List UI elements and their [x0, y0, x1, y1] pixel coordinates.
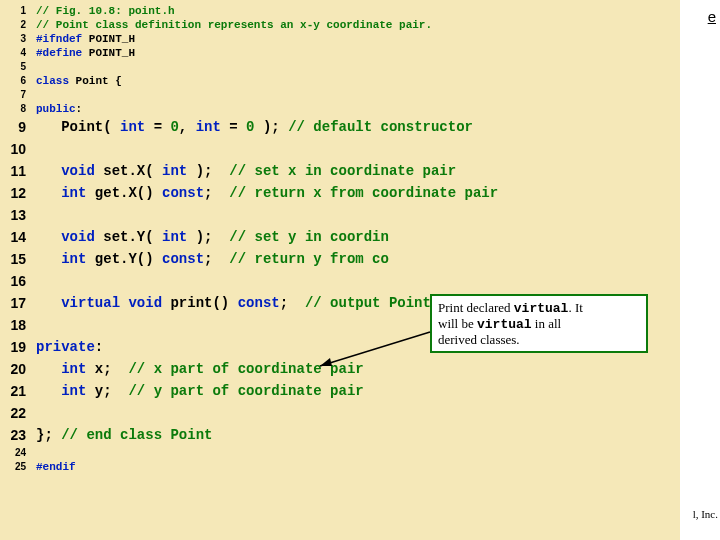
- line-number-gutter: 1234567891011121314151617181920212223242…: [0, 0, 28, 540]
- code-token: Point(: [36, 119, 120, 135]
- line-number: 6: [0, 74, 26, 88]
- code-token: int: [196, 119, 221, 135]
- code-line: // Fig. 10.8: point.h: [36, 4, 676, 18]
- line-number: 19: [0, 336, 26, 358]
- code-token: set.Y(: [95, 229, 162, 245]
- code-token: };: [36, 427, 61, 443]
- code-token: x;: [86, 361, 128, 377]
- code-token: ,: [179, 119, 196, 135]
- line-number: 23: [0, 424, 26, 446]
- code-token: [36, 61, 43, 73]
- code-line: #define POINT_H: [36, 46, 676, 60]
- code-token: POINT_H: [89, 47, 135, 59]
- line-number: 21: [0, 380, 26, 402]
- code-token: );: [187, 163, 229, 179]
- code-line: [36, 446, 676, 460]
- code-line: class Point {: [36, 74, 676, 88]
- page-right-edge: e l, Inc.: [680, 0, 720, 540]
- code-token: [36, 405, 44, 421]
- code-token: [36, 447, 43, 459]
- line-number: 13: [0, 204, 26, 226]
- code-line: #ifndef POINT_H: [36, 32, 676, 46]
- code-token: int: [61, 361, 86, 377]
- line-number: 12: [0, 182, 26, 204]
- code-token: // Fig. 10.8: point.h: [36, 5, 175, 17]
- callout-text: in all: [532, 316, 562, 331]
- code-token: y;: [86, 383, 128, 399]
- code-token: get.Y(): [86, 251, 162, 267]
- code-token: get.X(): [86, 185, 162, 201]
- code-token: int: [61, 383, 86, 399]
- code-token: =: [145, 119, 170, 135]
- code-line: // Point class definition represents an …: [36, 18, 676, 32]
- code-token: [36, 185, 61, 201]
- line-number: 18: [0, 314, 26, 336]
- code-token: [36, 89, 43, 101]
- code-line: [36, 402, 676, 424]
- line-number: 3: [0, 32, 26, 46]
- code-token: // set y in coordin: [229, 229, 389, 245]
- code-line: [36, 88, 676, 102]
- code-token: #endif: [36, 461, 76, 473]
- code-line: void set.Y( int ); // set y in coordin: [36, 226, 676, 248]
- code-token: // y part of coordinate pair: [128, 383, 363, 399]
- code-area: // Fig. 10.8: point.h// Point class defi…: [28, 0, 680, 540]
- code-token: // end class Point: [61, 427, 212, 443]
- code-token: [36, 207, 44, 223]
- callout-text: derived classes.: [438, 332, 520, 347]
- line-number: 14: [0, 226, 26, 248]
- code-token: // Point class definition represents an …: [36, 19, 432, 31]
- line-number: 15: [0, 248, 26, 270]
- code-token: // return x from coordinate pair: [229, 185, 498, 201]
- code-line: #endif: [36, 460, 676, 474]
- code-token: class: [36, 75, 69, 87]
- line-number: 1: [0, 4, 26, 18]
- code-token: );: [255, 119, 289, 135]
- code-token: const: [238, 295, 280, 311]
- line-number: 5: [0, 60, 26, 74]
- code-token: ;: [280, 295, 305, 311]
- line-number: 22: [0, 402, 26, 424]
- code-line: [36, 60, 676, 74]
- code-token: );: [187, 229, 229, 245]
- code-token: [36, 317, 44, 333]
- code-token: int: [162, 229, 187, 245]
- line-number: 11: [0, 160, 26, 182]
- code-token: POINT_H: [89, 33, 135, 45]
- callout-text: Print declared: [438, 300, 514, 315]
- code-token: [36, 295, 61, 311]
- code-line: [36, 204, 676, 226]
- code-token: set.X(: [95, 163, 162, 179]
- line-number: 16: [0, 270, 26, 292]
- code-line: [36, 138, 676, 160]
- code-line: Point( int = 0, int = 0 ); // default co…: [36, 116, 676, 138]
- code-token: [36, 251, 61, 267]
- code-token: #define: [36, 47, 89, 59]
- callout-text: will be: [438, 316, 477, 331]
- code-token: [36, 141, 44, 157]
- code-token: [36, 361, 61, 377]
- code-token: void: [61, 229, 95, 245]
- code-line: int y; // y part of coordinate pair: [36, 380, 676, 402]
- code-token: int: [61, 251, 86, 267]
- code-token: [36, 229, 61, 245]
- code-line: [36, 270, 676, 292]
- callout-keyword: virtual: [477, 317, 532, 332]
- line-number: 2: [0, 18, 26, 32]
- code-token: ;: [204, 185, 229, 201]
- code-token: void: [61, 163, 95, 179]
- code-token: // default constructor: [288, 119, 473, 135]
- code-token: =: [221, 119, 246, 135]
- code-token: ;: [204, 251, 229, 267]
- line-number: 24: [0, 446, 26, 460]
- callout-keyword: virtual: [514, 301, 569, 316]
- code-token: // x part of coordinate pair: [128, 361, 363, 377]
- code-token: int: [61, 185, 86, 201]
- edge-top-fragment: e: [708, 8, 716, 25]
- code-token: [36, 273, 44, 289]
- line-number: 25: [0, 460, 26, 474]
- code-token: const: [162, 251, 204, 267]
- line-number: 10: [0, 138, 26, 160]
- code-line: }; // end class Point: [36, 424, 676, 446]
- line-number: 8: [0, 102, 26, 116]
